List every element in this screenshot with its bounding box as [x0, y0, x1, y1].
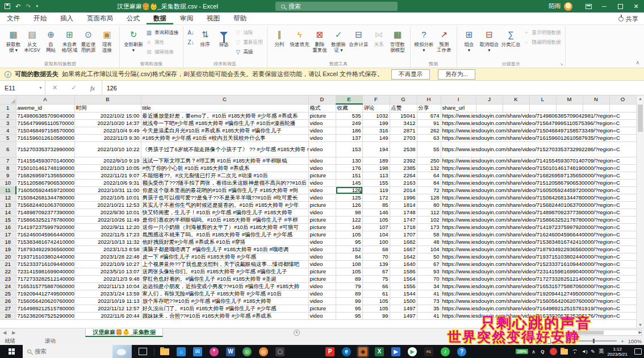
- quick-access-caret-icon[interactable]: ▾: [36, 4, 38, 9]
- search-box[interactable]: 搜索: [275, 2, 398, 11]
- advanced-filter-button[interactable]: ▽高级: [233, 48, 264, 57]
- column-header-C[interactable]: C: [141, 95, 308, 104]
- cell-favorites[interactable]: 108: [336, 260, 362, 268]
- cell[interactable]: [529, 104, 556, 112]
- cell-likes[interactable]: 2538: [390, 141, 417, 157]
- cell-favorites[interactable]: 95: [336, 305, 362, 312]
- taskbar-clock[interactable]: 1:12 2023/5/21: [607, 347, 628, 357]
- cell-comments[interactable]: 105: [362, 305, 390, 312]
- cell-title[interactable]: 氛围感这不就来了吗。#10后 #185大帅哥 #骗你生儿子 #少年感: [141, 231, 308, 238]
- cell-favorites[interactable]: 149: [336, 223, 362, 231]
- insert-function-icon[interactable]: fx: [90, 85, 95, 91]
- column-header-G[interactable]: G: [390, 95, 417, 104]
- scroll-up-icon[interactable]: ▲: [637, 97, 644, 101]
- share-button[interactable]: 共享: [618, 13, 638, 25]
- cell-comments[interactable]: 316: [362, 127, 390, 134]
- cell-aweme-id[interactable]: 7158663252178780000: [16, 216, 74, 223]
- header-cell-点赞[interactable]: 点赞: [390, 104, 417, 112]
- cell-time[interactable]: 2023/1/24 13:59: [74, 290, 141, 297]
- cell-likes[interactable]: 1707: [390, 231, 417, 238]
- sort-z-a-button[interactable]: Z↓: [186, 38, 196, 47]
- cell-shares[interactable]: 72: [417, 186, 441, 194]
- cell-time[interactable]: 2022/10/10 10:22: [74, 141, 141, 157]
- cell-shares[interactable]: 50: [417, 253, 441, 260]
- row-header-2[interactable]: 2: [0, 112, 16, 119]
- cell-likes[interactable]: 1996: [390, 194, 417, 201]
- cell-share-url[interactable]: https://www.iesdouyin.com/share/video/71…: [441, 216, 636, 223]
- cell-share-url[interactable]: https://www.iesdouyin.com/share/video/71…: [441, 253, 636, 260]
- cell-shares[interactable]: 250: [417, 157, 441, 164]
- column-header-O[interactable]: O: [609, 95, 636, 104]
- cell-title[interactable]: 跟妹妹来，合照??#10后 #185大帅哥 #少年感 #养成系: [141, 312, 308, 319]
- cell-favorites[interactable]: 99: [336, 297, 362, 305]
- cell-title[interactable]: 就浅夸一下吧#少年感 #185大帅哥 #骗你生儿子 #10后#漫画轮播: [141, 119, 308, 127]
- cell-favorites[interactable]: 84: [336, 253, 362, 260]
- ribbon-tab-开始[interactable]: 开始: [27, 13, 53, 24]
- cell-share-url[interactable]: https://www.iesdouyin.com/share/video/71…: [441, 127, 636, 134]
- cell-title[interactable]: 好久没出门了。#10后 #185大帅哥 #骗你生儿子 #少年感: [141, 305, 308, 312]
- cell-shares[interactable]: 104: [417, 245, 441, 253]
- cell-favorites[interactable]: 153: [336, 141, 362, 157]
- row-header-4[interactable]: 4: [0, 127, 16, 134]
- save-as-button[interactable]: 另存为...: [438, 69, 475, 80]
- search-highlight-image[interactable]: [112, 345, 132, 358]
- cell-likes[interactable]: 2163: [390, 179, 417, 186]
- cell-comments[interactable]: 146: [362, 209, 390, 216]
- cell-time[interactable]: 2022/10/4 9:49: [74, 127, 141, 134]
- cell-time[interactable]: 2022/11/13 10:04: [74, 282, 141, 290]
- cell-likes[interactable]: 1642: [390, 253, 417, 260]
- scraper-tool-icon[interactable]: ◆: [358, 347, 367, 356]
- cell-shares[interactable]: 58: [417, 231, 441, 238]
- cell-aweme-id[interactable]: 7156479995110570000: [16, 119, 74, 127]
- cell-comments[interactable]: 99: [362, 312, 390, 319]
- scroll-down-icon[interactable]: ▼: [637, 323, 644, 327]
- pen-icon[interactable]: ✎: [591, 349, 595, 355]
- cell-time[interactable]: 2022/10/5 10:01: [74, 194, 141, 201]
- cell-time[interactable]: 2023/1/28 22:48: [74, 253, 141, 260]
- cell-format[interactable]: video: [308, 238, 336, 245]
- input-language-indicator[interactable]: 英: [599, 348, 604, 355]
- qq-music-icon[interactable]: ♪: [441, 347, 450, 356]
- zoom-in-icon[interactable]: +: [621, 338, 624, 344]
- row-header-28[interactable]: 28: [0, 312, 16, 319]
- cell-comments[interactable]: 155: [362, 179, 390, 186]
- ribbon-tab-公式[interactable]: 公式: [120, 13, 147, 24]
- group-button[interactable]: ⊞组合 ▾: [460, 27, 479, 60]
- cell-likes[interactable]: 2264: [390, 172, 417, 179]
- cell-comments[interactable]: 85: [362, 201, 390, 209]
- cell-favorites[interactable]: 130: [336, 157, 362, 164]
- zoom-slider-thumb[interactable]: [593, 339, 595, 343]
- undo-icon[interactable]: ↶: [15, 3, 20, 10]
- ribbon-tab-视图[interactable]: 视图: [200, 13, 227, 24]
- cell-shares[interactable]: 102: [417, 216, 441, 223]
- cell-time[interactable]: 2022/10/26 11:49: [74, 216, 141, 223]
- save-icon[interactable]: [5, 3, 10, 9]
- cell-shares[interactable]: 91: [417, 119, 441, 127]
- cell-shares[interactable]: 132: [417, 164, 441, 172]
- cell-likes[interactable]: 1556: [390, 282, 417, 290]
- cell-favorites[interactable]: 535: [336, 112, 362, 119]
- tray-folder-icon[interactable]: [561, 349, 568, 355]
- cell-time[interactable]: 2022/9/30 10:01: [74, 209, 141, 216]
- row-header-10[interactable]: 10: [0, 179, 16, 186]
- cell-title[interactable]: 男孩子也可以很可爱??是兔子??不是美羊羊哦??#10后 #吃可爱长: [141, 194, 308, 201]
- cell-format[interactable]: picture: [308, 201, 336, 209]
- cell-favorites[interactable]: 249: [336, 119, 362, 127]
- row-header-17[interactable]: 17: [0, 231, 16, 238]
- cell-title[interactable]: 是你们喜欢的半框眼镜吗。#10后 #185大帅哥 #骗你生儿子 #半框: [141, 216, 308, 223]
- cell-likes[interactable]: 2014: [390, 186, 417, 194]
- cell-format[interactable]: picture: [308, 305, 336, 312]
- cell-shares[interactable]: 73: [417, 297, 441, 305]
- text-to-columns-button[interactable]: ∥分列: [270, 27, 289, 60]
- app-window-icon[interactable]: ▢: [275, 347, 285, 356]
- cell-aweme-id[interactable]: 7156824401063700000: [16, 201, 74, 209]
- cell-likes[interactable]: 1814: [390, 201, 417, 209]
- cell-shares[interactable]: 35: [417, 305, 441, 312]
- forecast-sheet-button[interactable]: ↗预测 工作表: [435, 27, 454, 60]
- row-header-23[interactable]: 23: [0, 275, 16, 282]
- header-cell-收藏[interactable]: 收藏: [336, 104, 362, 112]
- cell-aweme-id[interactable]: 7192094412749500000: [16, 290, 74, 297]
- user-name[interactable]: 陌雨: [549, 2, 561, 10]
- cell-title[interactable]: 放个库存吧??#10后 #少年感 #骗你生儿子 #185大帅哥: [141, 297, 308, 305]
- avatar[interactable]: [564, 2, 572, 11]
